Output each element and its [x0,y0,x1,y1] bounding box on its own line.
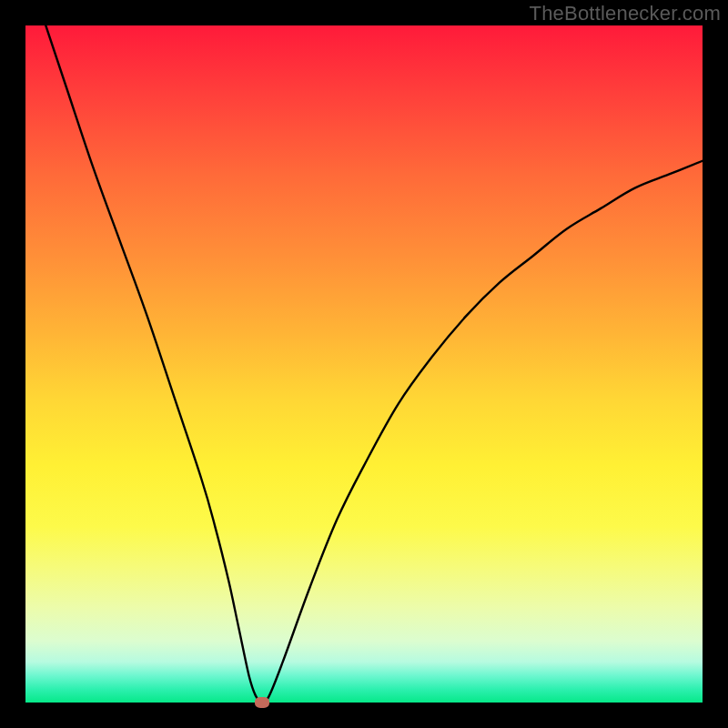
bottleneck-curve [25,25,703,703]
outer-frame: TheBottlenecker.com [0,0,728,728]
attribution-watermark: TheBottlenecker.com [530,2,721,25]
plot-area [25,25,703,703]
min-marker-dot [255,697,269,708]
curve-path [46,25,703,703]
